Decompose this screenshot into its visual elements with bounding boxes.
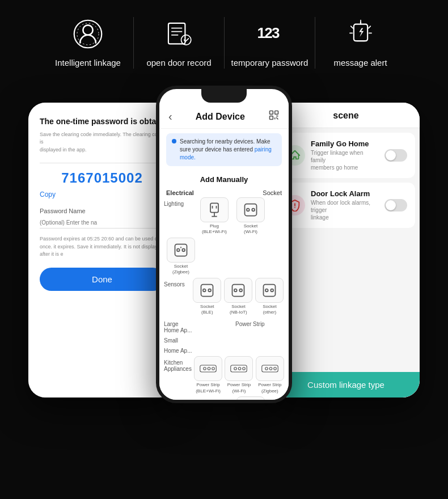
scene-door-text: Door Lock Alarm When door lock alarms, t…	[311, 189, 379, 221]
device-socket-wifi-label: Socket(Wi-Fi)	[244, 223, 257, 235]
device-socket-zigbee-label: Socket(Zigbee)	[172, 264, 189, 276]
features-row: Intelligent linkage open door record 123…	[0, 0, 448, 80]
feature-message-alert-label: message alert	[333, 57, 387, 69]
device-socket-nbiot-label: Socket(NB-IoT)	[230, 304, 247, 316]
device-socket-other-label: Socket(other)	[263, 304, 276, 316]
done-button[interactable]: Done	[40, 268, 164, 291]
back-button[interactable]: ‹	[168, 110, 172, 123]
scene-door-title: Door Lock Alarm	[311, 189, 379, 198]
electrical-section-title: Electrical	[164, 186, 196, 197]
password-name-label: Password Name	[40, 208, 164, 214]
feature-open-door-record-label: open door record	[146, 57, 211, 69]
scene-item-family-go-home[interactable]: Family Go Home Trigger linkage when fami…	[277, 133, 415, 178]
svg-point-33	[177, 248, 180, 251]
svg-rect-3	[168, 23, 184, 44]
svg-point-37	[203, 289, 206, 291]
center-phone-header: ‹ Add Device	[159, 103, 289, 129]
svg-point-31	[252, 209, 255, 212]
svg-rect-17	[270, 111, 273, 115]
power-strip-label: Power Strip	[235, 318, 265, 327]
notice-dot	[172, 139, 176, 143]
device-socket-nbiot[interactable]: Socket(NB-IoT)	[224, 278, 253, 316]
otp-subtitle: Save the clearing code immediately. The …	[40, 131, 164, 154]
shield-person-icon	[71, 17, 105, 51]
device-powerstrip-ble-wifi-label: Power Strip(BLE+Wi-Fi)	[196, 382, 221, 394]
phone-right: scene Family Go Home Trigger linkage whe…	[272, 103, 420, 397]
svg-point-51	[239, 367, 242, 370]
svg-point-44	[271, 289, 274, 291]
otp-number: 7167015002	[40, 170, 164, 186]
lighting-label: Lighting	[164, 201, 195, 207]
svg-point-41	[240, 289, 243, 291]
svg-rect-49	[231, 365, 247, 372]
add-manually-header: Add Manually	[159, 171, 289, 186]
svg-rect-9	[353, 24, 367, 41]
scene-door-subtitle: When door lock alarms, triggerlinkage	[311, 199, 379, 221]
device-socket-wifi[interactable]: Socket(Wi-Fi)	[234, 197, 268, 235]
pairing-mode-link[interactable]: pairing mode.	[180, 146, 272, 160]
device-powerstrip-other[interactable]: Power Strip(other)	[234, 396, 268, 403]
svg-point-7	[181, 35, 191, 45]
custom-linkage-button[interactable]: Custom linkage type	[272, 372, 420, 397]
device-powerstrip-wifi-label: Power Strip(Wi-Fi)	[227, 382, 251, 394]
svg-line-14	[368, 26, 370, 28]
scan-icon[interactable]	[268, 109, 280, 124]
bell-bolt-icon	[344, 17, 378, 51]
device-socket-other[interactable]: Socket(other)	[255, 278, 284, 316]
device-socket-zigbee[interactable]: Socket(Zigbee)	[164, 238, 198, 276]
feature-temporary-password: 123 temporary password	[224, 17, 315, 69]
svg-rect-19	[270, 116, 273, 120]
svg-rect-18	[275, 111, 278, 115]
svg-point-46	[204, 367, 206, 370]
device-powerstrip-wifi[interactable]: Power Strip(Wi-Fi)	[225, 356, 253, 394]
svg-point-30	[247, 209, 250, 212]
device-powerstrip-ble-wifi[interactable]: Power Strip(BLE+Wi-Fi)	[194, 356, 222, 394]
scene-list: Family Go Home Trigger linkage when fami…	[272, 128, 420, 372]
feature-open-door-record: open door record	[133, 17, 224, 69]
svg-point-0	[83, 25, 92, 35]
svg-text:123: 123	[257, 24, 279, 41]
family-toggle[interactable]	[384, 149, 407, 162]
svg-rect-53	[262, 365, 278, 372]
feature-intelligent-linkage: Intelligent linkage	[43, 17, 133, 69]
svg-point-69	[294, 207, 295, 208]
feature-intelligent-linkage-label: Intelligent linkage	[55, 57, 121, 69]
center-header-title: Add Device	[172, 112, 268, 122]
device-socket-ble-label: Socket(BLE)	[200, 304, 214, 316]
device-security: Security &Video Su...	[197, 396, 231, 403]
device-list: Electrical Socket Lighting	[159, 186, 289, 403]
exercise-label: Exercise &Health	[164, 400, 195, 403]
feature-temporary-password-label: temporary password	[231, 57, 308, 69]
svg-point-52	[243, 367, 246, 370]
svg-point-38	[209, 289, 212, 291]
scene-family-subtitle: Trigger linkage when familymembers go ho…	[311, 149, 379, 171]
scene-family-text: Family Go Home Trigger linkage when fami…	[311, 139, 379, 171]
socket-label: Socket	[263, 189, 284, 196]
otp-title: The one-time password is obtain	[40, 116, 164, 128]
svg-point-48	[212, 367, 215, 370]
device-socket-ble[interactable]: Socket(BLE)	[193, 278, 222, 316]
password-name-input[interactable]	[40, 219, 164, 229]
svg-point-40	[234, 289, 237, 291]
otp-copy-link[interactable]: Copy	[40, 191, 164, 198]
svg-point-54	[265, 367, 268, 370]
family-toggle-knob	[386, 150, 396, 160]
svg-line-12	[350, 26, 352, 28]
svg-point-34	[182, 248, 185, 251]
door-toggle-knob	[386, 200, 396, 210]
small-home-label: SmallHome Ap...	[164, 337, 192, 354]
door-toggle[interactable]	[384, 199, 407, 212]
svg-point-55	[269, 367, 272, 370]
svg-point-47	[208, 367, 210, 370]
phones-area: The one-time password is obtain Save the…	[0, 80, 448, 443]
svg-rect-24	[210, 203, 218, 212]
security-label: Security &Video Su...	[199, 399, 227, 403]
phone-left: The one-time password is obtain Save the…	[28, 103, 176, 397]
door-record-icon	[162, 17, 196, 51]
otp-divider	[40, 163, 164, 163]
device-plug-ble-wifi[interactable]: Plug(BLE+Wi-Fi)	[197, 197, 231, 235]
device-powerstrip-zigbee[interactable]: Power Strip(Zigbee)	[256, 356, 284, 394]
scene-item-door-lock-alarm[interactable]: Door Lock Alarm When door lock alarms, t…	[277, 183, 415, 228]
svg-rect-45	[200, 365, 217, 372]
svg-point-1	[74, 20, 102, 48]
